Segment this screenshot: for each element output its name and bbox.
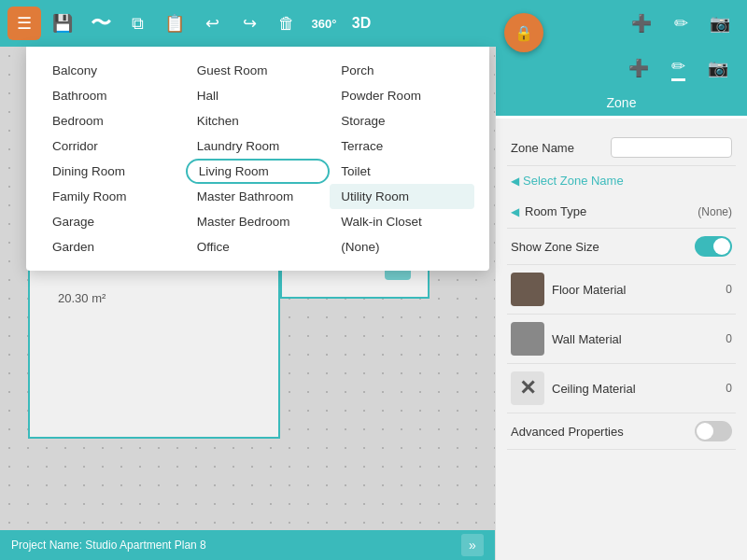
room-type-value: (None) (698, 205, 732, 218)
hamburger-button[interactable]: ☰ (7, 7, 41, 40)
zone-name-row: Zone Name (507, 130, 736, 166)
delete-button[interactable]: 🗑 (271, 7, 303, 39)
dropdown-menu: Balcony Bathroom Bedroom Corridor Dining… (26, 47, 489, 271)
wall-material-row: Wall Material 0 (507, 315, 736, 364)
orange-nav-circle[interactable]: 🔒 (504, 13, 543, 52)
show-zone-size-row: Show Zone Size (507, 229, 736, 265)
view-3d-button[interactable]: 3D (345, 7, 377, 39)
menu-item-office[interactable]: Office (186, 234, 331, 259)
menu-item-master-bathroom[interactable]: Master Bathroom (186, 184, 331, 209)
menu-item-garden[interactable]: Garden (41, 234, 186, 259)
panel-top-icons: ➕ ✏ 📷 (496, 47, 747, 90)
menu-item-hall[interactable]: Hall (186, 83, 331, 108)
view-360-button[interactable]: 360° (308, 7, 340, 39)
menu-item-none[interactable]: (None) (330, 234, 474, 259)
menu-item-laundry-room[interactable]: Laundry Room (186, 133, 331, 159)
save-icon: 💾 (52, 13, 73, 34)
undo-button[interactable]: ↩ (196, 7, 228, 39)
redo-button[interactable]: ↪ (233, 7, 265, 39)
add-button-toolbar[interactable]: ➕ (626, 7, 657, 39)
wall-swatch (511, 322, 544, 356)
view-3d-icon: 3D (352, 15, 371, 32)
project-name-label: Project Name: Studio Apartment Plan 8 (11, 539, 206, 552)
panel-content: Zone Name ◀ Select Zone Name ◀ Room Type… (496, 119, 747, 560)
zone-name-input[interactable] (611, 137, 732, 158)
select-zone-name-link[interactable]: ◀ Select Zone Name (507, 166, 736, 195)
menu-item-bathroom[interactable]: Bathroom (41, 83, 186, 108)
copy-button[interactable]: ⧉ (121, 7, 153, 39)
scroll-right-button[interactable]: » (461, 534, 484, 556)
wall-material-label: Wall Material (552, 332, 726, 346)
save-button[interactable]: 💾 (47, 7, 78, 39)
menu-item-living-room[interactable]: Living Room (186, 159, 331, 184)
room-type-label: Room Type (525, 204, 698, 218)
menu-column-1: Balcony Bathroom Bedroom Corridor Dining… (41, 58, 186, 259)
menu-item-kitchen[interactable]: Kitchen (186, 108, 331, 133)
menu-column-3: Porch Powder Room Storage Terrace Toilet… (330, 58, 474, 259)
show-zone-size-toggle[interactable] (695, 236, 732, 257)
select-zone-label: Select Zone Name (523, 174, 624, 188)
menu-item-porch[interactable]: Porch (330, 58, 474, 83)
view-360-icon: 360° (312, 17, 337, 31)
camera-icon-toolbar: 📷 (710, 13, 730, 34)
toolbar: ☰ 💾 〜 ⧉ 📋 ↩ ↪ 🗑 360° 3D ➕ ✏ 📷 (0, 0, 747, 47)
wave-button[interactable]: 〜 (84, 7, 116, 39)
paste-icon: 📋 (164, 13, 185, 34)
corridor-wall (278, 297, 282, 371)
menu-columns: Balcony Bathroom Bedroom Corridor Dining… (26, 58, 489, 259)
menu-item-guest-room[interactable]: Guest Room (186, 58, 331, 83)
floor-material-row: Floor Material 0 (507, 265, 736, 315)
add-icon-toolbar: ➕ (631, 13, 652, 34)
menu-item-walk-in-closet[interactable]: Walk-in Closet (330, 209, 474, 234)
menu-item-bedroom[interactable]: Bedroom (41, 108, 186, 133)
camera-button-toolbar[interactable]: 📷 (704, 7, 736, 39)
bottom-arrows[interactable]: » (461, 534, 484, 556)
panel-add-icon[interactable]: ➕ (628, 58, 649, 78)
redo-icon: ↪ (243, 13, 257, 34)
large-room-label: 20.30 m² (58, 291, 106, 305)
bottom-bar: Project Name: Studio Apartment Plan 8 » (0, 530, 495, 560)
ceiling-x-mark: ✕ (519, 376, 536, 400)
ceiling-material-row: ✕ Ceiling Material 0 (507, 364, 736, 413)
wave-icon: 〜 (91, 9, 110, 37)
floor-material-label: Floor Material (552, 283, 726, 297)
menu-item-garage[interactable]: Garage (41, 209, 186, 234)
menu-item-storage[interactable]: Storage (330, 108, 474, 133)
menu-item-corridor[interactable]: Corridor (41, 133, 186, 159)
room-type-arrow-icon: ◀ (511, 205, 519, 218)
menu-item-balcony[interactable]: Balcony (41, 58, 186, 83)
advanced-properties-label: Advanced Properties (511, 425, 695, 439)
panel-camera-icon[interactable]: 📷 (708, 58, 728, 78)
advanced-properties-row: Advanced Properties (507, 413, 736, 450)
menu-item-toilet[interactable]: Toilet (330, 159, 474, 184)
panel-edit-icon[interactable]: ✏ (671, 56, 685, 81)
floor-material-value: 0 (726, 283, 732, 296)
ceiling-swatch: ✕ (511, 371, 544, 405)
hamburger-icon: ☰ (17, 13, 32, 34)
paste-button[interactable]: 📋 (159, 7, 190, 39)
zone-name-label: Zone Name (511, 141, 611, 155)
right-panel: ➕ ✏ 📷 Zone Zone Name ◀ Select Zone Name … (495, 47, 747, 560)
copy-icon: ⧉ (132, 14, 144, 34)
floor-swatch (511, 273, 544, 306)
panel-zone-tab[interactable]: Zone (496, 90, 747, 119)
advanced-properties-toggle[interactable] (695, 421, 732, 441)
menu-item-dining-room[interactable]: Dining Room (41, 159, 186, 184)
select-zone-arrow-icon: ◀ (511, 175, 519, 188)
ceiling-material-label: Ceiling Material (552, 382, 726, 396)
room-type-row: ◀ Room Type (None) (507, 195, 736, 229)
menu-column-2: Guest Room Hall Kitchen Laundry Room Liv… (186, 58, 331, 259)
edit-button-toolbar[interactable]: ✏ (665, 7, 697, 39)
menu-item-utility-room[interactable]: Utility Room (330, 184, 474, 209)
wall-material-value: 0 (726, 332, 732, 345)
pencil-icon-toolbar: ✏ (674, 13, 688, 34)
menu-item-terrace[interactable]: Terrace (330, 133, 474, 159)
ceiling-material-value: 0 (726, 382, 732, 395)
menu-item-master-bedroom[interactable]: Master Bedroom (186, 209, 331, 234)
menu-item-powder-room[interactable]: Powder Room (330, 83, 474, 108)
orange-nav-icon: 🔒 (514, 24, 533, 42)
delete-icon: 🗑 (278, 14, 295, 34)
show-zone-size-label: Show Zone Size (511, 240, 695, 254)
undo-icon: ↩ (205, 13, 219, 34)
menu-item-family-room[interactable]: Family Room (41, 184, 186, 209)
